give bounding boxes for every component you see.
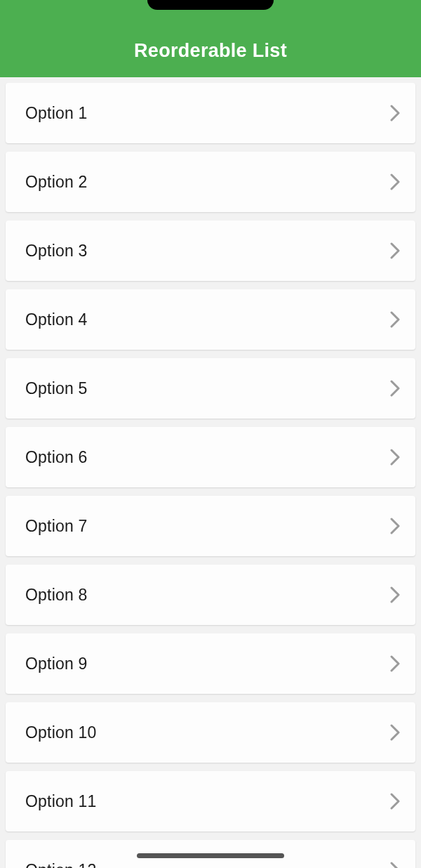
list-item-label: Option 11 [25, 792, 97, 811]
chevron-right-icon [390, 724, 400, 741]
list-item-label: Option 7 [25, 517, 88, 536]
list-item[interactable]: Option 7 [6, 496, 415, 556]
list-item-label: Option 2 [25, 173, 88, 192]
list-item-label: Option 6 [25, 448, 88, 467]
list-item-label: Option 5 [25, 379, 88, 398]
list-item[interactable]: Option 2 [6, 152, 415, 212]
chevron-right-icon [390, 173, 400, 190]
chevron-right-icon [390, 586, 400, 603]
chevron-right-icon [390, 242, 400, 259]
list-item[interactable]: Option 1 [6, 83, 415, 143]
chevron-right-icon [390, 793, 400, 810]
home-indicator[interactable] [137, 853, 284, 858]
chevron-right-icon [390, 105, 400, 121]
device-notch [147, 0, 274, 10]
chevron-right-icon [390, 655, 400, 672]
list-item[interactable]: Option 5 [6, 358, 415, 419]
list-item[interactable]: Option 11 [6, 771, 415, 831]
list-item-label: Option 4 [25, 310, 88, 329]
list-item-label: Option 9 [25, 655, 88, 673]
list-item[interactable]: Option 3 [6, 221, 415, 281]
list-item[interactable]: Option 4 [6, 289, 415, 350]
list-item[interactable]: Option 9 [6, 633, 415, 694]
chevron-right-icon [390, 449, 400, 466]
list-item-label: Option 10 [25, 723, 97, 742]
list-item[interactable]: Option 10 [6, 702, 415, 763]
list-item-label: Option 1 [25, 104, 88, 123]
chevron-right-icon [390, 311, 400, 328]
app-header: Reorderable List [0, 0, 421, 77]
list-item-label: Option 3 [25, 242, 88, 261]
list-item[interactable]: Option 6 [6, 427, 415, 487]
chevron-right-icon [390, 862, 400, 868]
list-item-label: Option 8 [25, 586, 88, 605]
chevron-right-icon [390, 380, 400, 397]
page-title: Reorderable List [134, 40, 287, 62]
list-item[interactable]: Option 8 [6, 565, 415, 625]
reorderable-list: Option 1 Option 2 Option 3 Option 4 Opti… [0, 77, 421, 868]
chevron-right-icon [390, 518, 400, 534]
list-item-label: Option 12 [25, 861, 97, 869]
